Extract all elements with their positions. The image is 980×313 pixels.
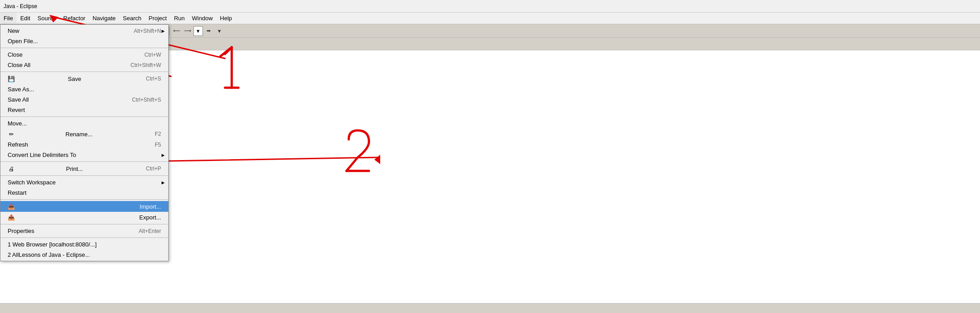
menu-sep4 — [0, 161, 168, 162]
save-icon: 💾 — [8, 75, 15, 82]
menu-item-close[interactable]: Close Ctrl+W — [0, 49, 168, 60]
menu-item-import-label: Import... — [139, 203, 161, 210]
menu-item-print-label: Print... — [66, 165, 83, 172]
menu-navigate[interactable]: Navigate — [89, 13, 119, 24]
toolbar-nav-dropdown[interactable]: ▼ — [193, 26, 203, 36]
menu-item-convert[interactable]: Convert Line Delimiters To — [0, 150, 168, 160]
menu-item-refresh[interactable]: Refresh F5 — [0, 139, 168, 150]
menu-sep6 — [0, 199, 168, 200]
menu-item-save-all[interactable]: Save All Ctrl+Shift+S — [0, 94, 168, 105]
menu-source[interactable]: Source — [34, 13, 59, 24]
menu-item-rename[interactable]: ✏ Rename... F2 — [0, 129, 168, 139]
menu-window[interactable]: Window — [189, 13, 216, 24]
menu-item-move[interactable]: Move... — [0, 118, 168, 129]
menu-item-properties-shortcut: Alt+Enter — [139, 228, 161, 234]
menu-item-print-shortcut: Ctrl+P — [146, 165, 161, 172]
menu-item-close-all-label: Close All — [8, 62, 31, 68]
menu-item-export[interactable]: 📤 Export... — [0, 212, 168, 223]
menu-item-recent2[interactable]: 2 AllLessons of Java - Eclipse... — [0, 250, 168, 260]
menu-sep7 — [0, 224, 168, 224]
menu-item-refresh-label: Refresh — [8, 141, 28, 148]
menu-item-properties[interactable]: Properties Alt+Enter — [0, 226, 168, 236]
menu-item-rename-label: Rename... — [66, 131, 93, 138]
menu-item-save[interactable]: 💾 Save Ctrl+S — [0, 73, 168, 84]
toolbar-forward-dropdown[interactable]: ▼ — [215, 26, 225, 36]
menu-item-convert-label: Convert Line Delimiters To — [8, 152, 76, 158]
menu-project[interactable]: Project — [145, 13, 170, 24]
menu-sep2 — [0, 72, 168, 72]
menu-item-properties-label: Properties — [8, 228, 34, 234]
menu-sep3 — [0, 116, 168, 117]
status-bar — [0, 303, 980, 313]
menu-file[interactable]: File — [0, 13, 17, 24]
menu-item-close-all-shortcut: Ctrl+Shift+W — [130, 62, 161, 68]
menu-item-switch-workspace[interactable]: Switch Workspace — [0, 177, 168, 188]
print-icon: 🖨 — [8, 165, 15, 172]
menu-sep5 — [0, 175, 168, 176]
menu-item-new-shortcut: Alt+Shift+N — [134, 28, 161, 34]
rename-icon: ✏ — [8, 130, 15, 138]
menu-item-revert-label: Revert — [8, 107, 25, 113]
menu-help[interactable]: Help — [216, 13, 236, 24]
menu-sep8 — [0, 237, 168, 238]
menu-item-new[interactable]: New Alt+Shift+N — [0, 26, 168, 36]
menu-item-revert[interactable]: Revert — [0, 105, 168, 115]
menu-item-save-label: Save — [68, 76, 81, 82]
menu-item-restart[interactable]: Restart — [0, 188, 168, 198]
menu-item-print[interactable]: 🖨 Print... Ctrl+P — [0, 163, 168, 174]
menu-item-close-label: Close — [8, 51, 22, 58]
menu-item-save-all-shortcut: Ctrl+Shift+S — [132, 97, 161, 103]
menu-sep1 — [0, 48, 168, 48]
menu-item-save-all-label: Save All — [8, 96, 29, 103]
toolbar-prev-btn[interactable]: ⟵ — [172, 26, 182, 36]
toolbar-forward-btn[interactable]: ➡ — [204, 26, 214, 36]
menu-item-save-shortcut: Ctrl+S — [146, 76, 161, 82]
menu-run[interactable]: Run — [171, 13, 189, 24]
menu-item-new-label: New — [8, 27, 19, 34]
menu-item-export-label: Export... — [139, 214, 161, 221]
menu-item-open-file[interactable]: Open File... — [0, 36, 168, 46]
export-icon: 📤 — [8, 214, 15, 221]
menu-item-close-all[interactable]: Close All Ctrl+Shift+W — [0, 60, 168, 70]
menu-bar: File Edit Source Refactor Navigate Searc… — [0, 13, 980, 24]
menu-item-save-as-label: Save As... — [8, 86, 34, 93]
title-bar: Java - Eclipse — [0, 0, 980, 13]
menu-item-refresh-shortcut: F5 — [155, 142, 161, 148]
import-icon: 📥 — [8, 203, 15, 210]
menu-refactor[interactable]: Refactor — [60, 13, 89, 24]
menu-item-switch-workspace-label: Switch Workspace — [8, 179, 56, 186]
menu-item-rename-shortcut: F2 — [155, 131, 161, 137]
menu-item-restart-label: Restart — [8, 189, 27, 196]
toolbar-sep5 — [169, 27, 170, 36]
menu-item-move-label: Move... — [8, 120, 27, 127]
toolbar-next-btn[interactable]: ⟶ — [183, 26, 193, 36]
menu-item-open-file-label: Open File... — [8, 38, 38, 45]
menu-edit[interactable]: Edit — [17, 13, 34, 24]
window-title: Java - Eclipse — [4, 3, 37, 9]
file-dropdown-menu: New Alt+Shift+N Open File... Close Ctrl+… — [0, 24, 169, 261]
menu-item-recent1-label: 1 Web Browser [localhost:8080/...] — [8, 241, 97, 248]
menu-item-save-as[interactable]: Save As... — [0, 84, 168, 94]
menu-item-import[interactable]: 📥 Import... — [0, 201, 168, 212]
menu-item-close-shortcut: Ctrl+W — [144, 52, 161, 58]
menu-item-recent1[interactable]: 1 Web Browser [localhost:8080/...] — [0, 239, 168, 250]
menu-item-recent2-label: 2 AllLessons of Java - Eclipse... — [8, 251, 90, 258]
menu-search[interactable]: Search — [119, 13, 145, 24]
